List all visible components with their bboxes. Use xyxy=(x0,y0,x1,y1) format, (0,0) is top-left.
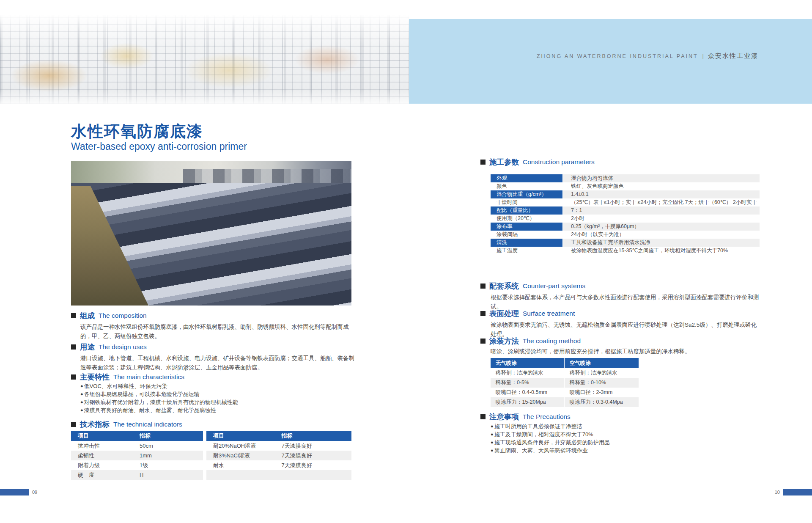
section-marker-icon xyxy=(480,414,486,419)
row-value: 被涂物表面温度应在15-35℃之间施工，环境相对湿度不得大于70% xyxy=(563,247,760,255)
row-value: 混合物为均匀流体 xyxy=(563,174,760,182)
table-row: 耐3%NaCl溶液 7天漆膜良好 xyxy=(206,451,351,460)
cell-item: 耐20%NaOH溶液 xyxy=(206,441,279,451)
row-value: （25℃）表干≤1小时；实干 ≤24小时；完全固化 7天；烘干（60℃） 2小时… xyxy=(563,198,760,206)
section-title-cn: 注意事项 xyxy=(489,412,519,422)
table-header-row: 项目 指标 xyxy=(206,431,351,441)
section-marker-icon xyxy=(480,311,486,316)
cell-value: H xyxy=(137,470,203,480)
cell-item xyxy=(206,470,279,480)
cell-value: 7天漆膜良好 xyxy=(279,441,352,451)
coating-body: 喷涂、涂刷或浸涂均可，使用前应充分搅拌，根据施工粘度加适量的净水稀释。 xyxy=(491,347,761,356)
table-row: 颜色 铁红、灰色或商定颜色 xyxy=(491,182,760,190)
bullet-icon: ● xyxy=(491,438,494,446)
footer-bar-left xyxy=(0,489,29,495)
table-row: 稀释剂：洁净的清水 稀释剂：洁净的清水 xyxy=(491,368,639,378)
table-row: 耐20%NaOH溶液 7天漆膜良好 xyxy=(206,441,351,451)
section-title-cn: 用途 xyxy=(80,342,95,352)
brochure-spread: ZHONG AN WATERBORNE INDUSTRIAL PAINT | 众… xyxy=(0,0,812,523)
list-item: ● 对钢铁底材有优异附着力，漆膜干燥后具有优异的物理机械性能 xyxy=(80,398,355,406)
section-marker-icon xyxy=(480,284,486,289)
list-item-text: 漆膜具有良好的耐油、耐水、耐盐雾、耐化学品腐蚀性 xyxy=(84,406,216,414)
row-label: 使用期（20℃） xyxy=(491,215,562,223)
section-marker-icon xyxy=(480,339,486,344)
page-number-left: 09 xyxy=(32,489,37,495)
section-title-cn: 配套系统 xyxy=(489,281,519,291)
cell-value: 稀释剂：洁净的清水 xyxy=(491,368,565,378)
section-coating-heading: 涂装方法 The coating method xyxy=(480,336,581,346)
row-label: 配比（重量比） xyxy=(491,206,562,215)
section-uses-heading: 用途 The design uses xyxy=(71,342,147,352)
coating-method-table: 无气喷涂 空气喷涂 稀释剂：洁净的清水 稀释剂：洁净的清水 稀释量：0-5% 稀… xyxy=(491,358,639,407)
footer-bar-right xyxy=(783,489,812,495)
table-header-row: 项目 指标 xyxy=(71,431,203,441)
row-label: 混合物比重（g/cm³） xyxy=(491,190,562,198)
section-title-en: Construction parameters xyxy=(523,158,595,166)
list-item: ● 禁止阴雨、大雾、大风等恶劣环境作业 xyxy=(491,446,761,454)
product-title-en: Water-based epoxy anti-corrosion primer xyxy=(71,141,247,152)
indicators-subtable-right: 项目 指标 耐20%NaOH溶液 7天漆膜良好 耐3%NaCl溶液 7天漆膜良好… xyxy=(206,431,351,480)
row-label: 涂布率 xyxy=(491,223,562,231)
cell-value: 7天漆膜良好 xyxy=(279,460,352,470)
section-marker-icon xyxy=(480,160,486,165)
cell-value: 稀释剂：洁净的清水 xyxy=(565,368,639,378)
row-label: 施工温度 xyxy=(491,247,562,255)
banner-factory-photo xyxy=(0,15,409,104)
bullet-icon: ● xyxy=(80,390,83,398)
table-row: 喷嘴口径：0.4-0.5mm 喷嘴口径：2-3mm xyxy=(491,388,639,397)
section-title-en: The technical indicators xyxy=(113,421,182,428)
cell-item: 附着力级 xyxy=(71,460,137,470)
section-title-cn: 涂装方法 xyxy=(489,336,519,346)
cell-value: 喷涂压力：0.3-0.4Mpa xyxy=(565,397,639,407)
cell-item: 抗冲击性 xyxy=(71,441,137,451)
cell-value: 1级 xyxy=(137,460,203,470)
column-header: 指标 xyxy=(137,431,203,441)
table-row: 施工温度 被涂物表面温度应在15-35℃之间施工，环境相对湿度不得大于70% xyxy=(491,247,760,255)
section-precautions-heading: 注意事项 The Precautions xyxy=(480,412,571,422)
section-marker-icon xyxy=(71,374,76,380)
table-row: 抗冲击性 50cm xyxy=(71,441,203,451)
construction-parameters-table: 外观 混合物为均匀流体 颜色 铁红、灰色或商定颜色 混合物比重（g/cm³） 1… xyxy=(491,174,760,255)
row-value: 2小时 xyxy=(563,215,760,223)
cell-value: 喷嘴口径：2-3mm xyxy=(565,388,639,397)
column-header: 项目 xyxy=(206,431,279,441)
cell-value: 50cm xyxy=(137,441,203,451)
table-row: 外观 混合物为均匀流体 xyxy=(491,174,760,182)
indicators-subtable-left: 项目 指标 抗冲击性 50cm 柔韧性 1mm 附着力级 1级 硬 度 H xyxy=(71,431,203,480)
row-label: 颜色 xyxy=(491,182,562,190)
bullet-icon: ● xyxy=(491,446,494,454)
section-construction-heading: 施工参数 Construction parameters xyxy=(480,157,595,167)
brand-name-cn: 众安水性工业漆 xyxy=(708,52,758,60)
column-header: 指标 xyxy=(279,431,352,441)
section-characteristics-heading: 主要特性 The main characteristics xyxy=(71,372,184,382)
bullet-icon: ● xyxy=(491,430,494,438)
bullet-icon: ● xyxy=(80,398,83,406)
list-item: ● 施工现场通风条件良好，并穿戴必要的防护用品 xyxy=(491,438,761,446)
cell-value: 1mm xyxy=(137,451,203,460)
characteristics-list: ● 低VOC、水可稀释性、环保无污染 ● 各组份非易燃易爆品，可以按非危险化学品… xyxy=(80,382,355,414)
list-item: ● 各组份非易燃易爆品，可以按非危险化学品运输 xyxy=(80,390,355,398)
list-item-text: 施工及干燥期间，相对湿度不得大于70% xyxy=(494,430,593,438)
list-item-text: 对钢铁底材有优异附着力，漆膜干燥后具有优异的物理机械性能 xyxy=(84,398,238,406)
section-marker-icon xyxy=(71,422,76,427)
table-row: 硬 度 H xyxy=(71,470,203,480)
table-row xyxy=(206,470,351,480)
cell-item: 耐3%NaCl溶液 xyxy=(206,451,279,460)
uses-body: 港口设施、地下管道、工程机械、水利设施、电力设施、矿井设备等钢铁表面防腐；交通工… xyxy=(80,354,355,372)
section-title-cn: 主要特性 xyxy=(80,372,110,382)
cell-value: 稀释量：0-10% xyxy=(565,378,639,388)
table-row: 配比（重量比） 7：1 xyxy=(491,206,760,215)
section-title-cn: 组成 xyxy=(80,311,95,321)
section-title-cn: 技术指标 xyxy=(80,419,110,429)
row-label: 干燥时间 xyxy=(491,198,562,206)
cell-value: 喷嘴口径：0.4-0.5mm xyxy=(491,388,565,397)
column-header: 项目 xyxy=(71,431,137,441)
table-row: 涂装间隔 24小时（以实干为准） xyxy=(491,231,760,239)
cell-value: 稀释量：0-5% xyxy=(491,378,565,388)
table-row: 干燥时间 （25℃）表干≤1小时；实干 ≤24小时；完全固化 7天；烘干（60℃… xyxy=(491,198,760,206)
section-title-en: Surface treatment xyxy=(523,310,575,317)
section-title-en: The design uses xyxy=(99,343,147,351)
table-row: 耐水 7天漆膜良好 xyxy=(206,460,351,470)
column-header: 空气喷涂 xyxy=(565,358,639,368)
table-row: 混合物比重（g/cm³） 1.4±0.1 xyxy=(491,190,760,198)
